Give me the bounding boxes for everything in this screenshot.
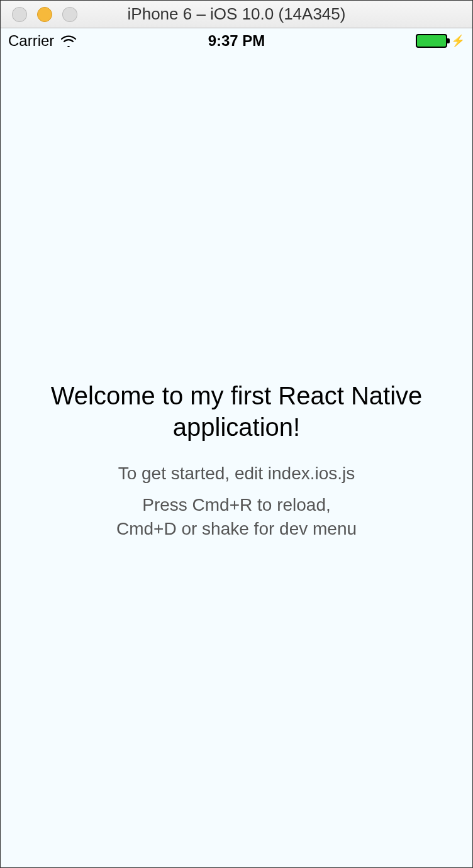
simulator-window: iPhone 6 – iOS 10.0 (14A345) Carrier 9:3… [0,0,473,868]
battery-icon [416,34,447,48]
welcome-text: Welcome to my first React Native applica… [19,380,454,443]
status-bar: Carrier 9:37 PM ⚡ [1,28,472,53]
traffic-lights [1,7,77,22]
get-started-text: To get started, edit index.ios.js [118,462,355,486]
reload-hint-text: Press Cmd+R to reload,Cmd+D or shake for… [116,493,357,541]
minimize-window-button[interactable] [37,7,52,22]
wifi-icon [60,35,77,47]
app-content: Welcome to my first React Native applica… [1,53,472,867]
close-window-button[interactable] [12,7,27,22]
status-bar-right: ⚡ [416,34,465,48]
charging-icon: ⚡ [451,35,465,47]
maximize-window-button[interactable] [62,7,77,22]
device-screen: Carrier 9:37 PM ⚡ Welcome to my first Re… [1,28,472,867]
status-bar-left: Carrier [8,32,77,50]
window-titlebar: iPhone 6 – iOS 10.0 (14A345) [1,1,472,28]
carrier-label: Carrier [8,32,54,50]
